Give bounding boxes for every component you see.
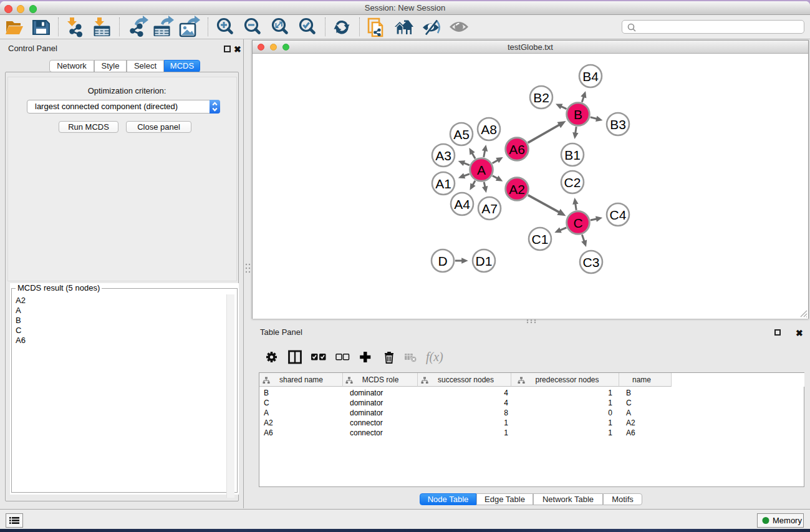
svg-text:f(x): f(x) [426,350,443,364]
svg-text:A8: A8 [481,122,497,137]
svg-text:A3: A3 [435,148,451,163]
svg-text:C: C [573,216,582,230]
svg-text:A7: A7 [481,201,498,216]
svg-text:A4: A4 [454,197,470,211]
svg-text:D1: D1 [476,254,493,268]
svg-text:C4: C4 [610,208,627,222]
svg-text:A5: A5 [453,127,470,142]
svg-text:C1: C1 [532,232,549,246]
svg-text:A6: A6 [509,142,525,157]
svg-text:A2: A2 [509,182,525,196]
svg-text:B3: B3 [610,117,626,132]
svg-text:B: B [574,107,582,122]
svg-text:B2: B2 [533,90,549,105]
svg-text:B1: B1 [564,148,581,162]
svg-text:D: D [438,254,447,268]
svg-text:A: A [477,163,486,177]
svg-text:C3: C3 [583,255,600,269]
svg-text:B4: B4 [582,69,599,84]
svg-text:Memory: Memory [773,516,802,525]
svg-text:A1: A1 [435,177,451,191]
svg-text:C2: C2 [564,175,581,190]
